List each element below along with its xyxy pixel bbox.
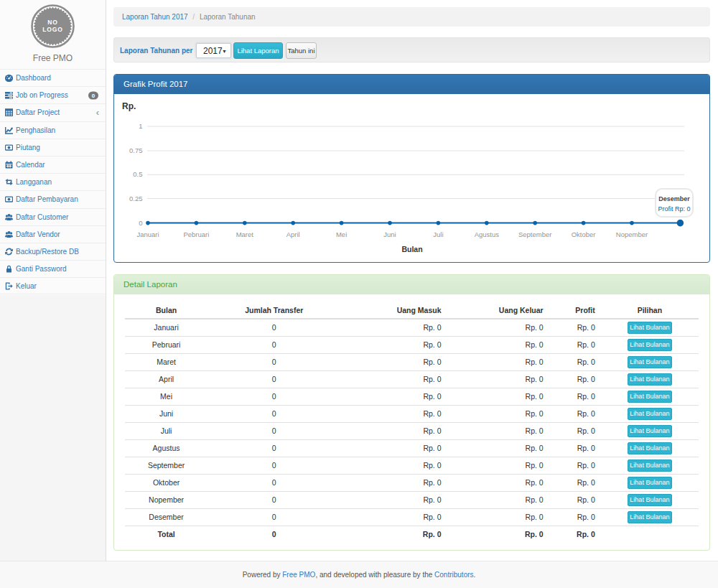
svg-text:0.5: 0.5 (133, 170, 142, 178)
svg-text:NO: NO (47, 19, 58, 26)
svg-text:Agustus: Agustus (475, 230, 500, 238)
svg-text:Maret: Maret (236, 230, 254, 238)
svg-text:Januari: Januari (136, 230, 159, 238)
svg-text:Rp.: Rp. (122, 101, 136, 111)
svg-text:Juli: Juli (433, 230, 443, 238)
svg-text:September: September (518, 230, 551, 238)
svg-text:Oktober: Oktober (572, 230, 596, 238)
svg-text:1: 1 (139, 122, 142, 130)
svg-text:Juni: Juni (383, 230, 396, 238)
svg-text:0: 0 (139, 219, 142, 227)
svg-text:April: April (286, 230, 300, 238)
svg-text:0.25: 0.25 (129, 195, 143, 202)
svg-text:0.75: 0.75 (129, 146, 143, 154)
svg-text:Pebruari: Pebruari (183, 230, 209, 238)
svg-text:LOGO: LOGO (42, 26, 63, 33)
svg-text:Mei: Mei (336, 230, 347, 238)
svg-text:Nopember: Nopember (616, 230, 648, 238)
svg-text:Bulan: Bulan (401, 245, 422, 253)
